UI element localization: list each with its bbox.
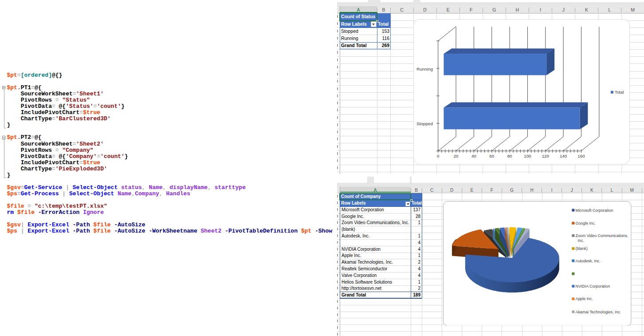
svg-text:60: 60 xyxy=(489,154,494,158)
svg-text:Inc.: Inc. xyxy=(578,238,584,243)
svg-text:Apple Inc.: Apple Inc. xyxy=(576,296,593,301)
svg-text:120: 120 xyxy=(542,154,549,158)
svg-text:20: 20 xyxy=(453,154,458,158)
svg-text:Stopped: Stopped xyxy=(416,121,433,126)
svg-text:Running: Running xyxy=(416,67,433,71)
svg-text:0: 0 xyxy=(437,154,440,158)
svg-text:140: 140 xyxy=(560,154,567,158)
svg-text:40: 40 xyxy=(471,154,476,158)
svg-text:Autodesk, Inc.: Autodesk, Inc. xyxy=(576,258,601,263)
svg-text:(blank): (blank) xyxy=(576,246,588,251)
svg-text:Total: Total xyxy=(615,89,624,94)
svg-text:160: 160 xyxy=(577,154,585,158)
svg-text:Google Inc.: Google Inc. xyxy=(576,221,596,225)
svg-text:80: 80 xyxy=(507,154,512,158)
svg-text:NVIDIA Corporation: NVIDIA Corporation xyxy=(576,284,610,289)
svg-text:Akamai Technologies, Inc.: Akamai Technologies, Inc. xyxy=(576,309,621,314)
svg-text:Microsoft Corporation: Microsoft Corporation xyxy=(576,208,613,212)
svg-text:100: 100 xyxy=(524,154,531,158)
svg-text:Zoom Video Communications,: Zoom Video Communications, xyxy=(576,233,628,238)
